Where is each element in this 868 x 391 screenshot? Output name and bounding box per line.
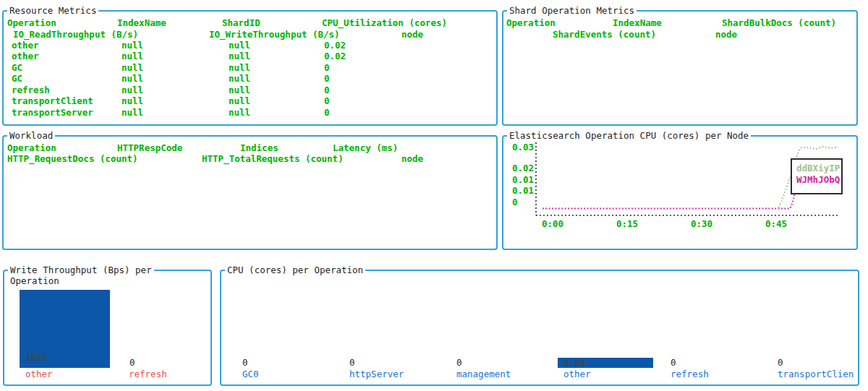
column-header: ShardEvents (count) (553, 30, 656, 40)
cell: 0.02 (324, 40, 346, 51)
column-header: IO_ReadThroughput (B/s) (13, 30, 138, 40)
category-label: refresh (129, 369, 167, 379)
panel-write-throughput: Write Throughput (Bps) per Operation 155… (3, 270, 212, 386)
column-header: Operation (7, 18, 56, 28)
chart-legend: ddBXiyIP WJMhJObQ (791, 158, 843, 194)
column-header: node (401, 154, 423, 164)
cell: null (122, 51, 143, 61)
column-header: Operation (506, 18, 556, 28)
panel-title: Write Throughput (Bps) per (8, 265, 154, 275)
panel-title: Workload (7, 130, 55, 141)
category-label: management (456, 369, 511, 379)
bar-value: 0 (349, 358, 355, 368)
cell: null (122, 85, 143, 95)
cell: null (229, 40, 250, 51)
column-header: HTTP_TotalRequests (count) (202, 154, 344, 164)
cell: null (122, 63, 143, 73)
x-axis-label: 0:30 (691, 219, 712, 229)
column-header: IO_WriteThroughput (B/s) (209, 30, 340, 40)
column-header: node (715, 30, 737, 40)
column-header: Indices (240, 143, 278, 153)
cell: 0 (324, 108, 330, 118)
cell: null (229, 96, 250, 106)
panel-title: Resource Metrics (7, 5, 98, 16)
column-header: ShardBulkDocs (count) (722, 18, 836, 28)
cell: 0 (324, 96, 330, 106)
x-axis-label: 0:00 (542, 219, 563, 229)
cell: null (122, 108, 143, 118)
tui-dashboard: Resource Metrics Operation IndexName Sha… (0, 0, 868, 391)
x-axis-label: 0:45 (765, 219, 787, 229)
cell: null (122, 40, 143, 51)
cell: null (229, 51, 250, 61)
cell: refresh (12, 85, 50, 95)
cell: GC (12, 74, 22, 84)
cell: null (229, 85, 250, 95)
panel-title: CPU (cores) per Operation (225, 265, 365, 275)
cell: transportServer (12, 108, 93, 118)
panel-es-cpu-per-node: Elasticsearch Operation CPU (cores) per … (502, 135, 858, 250)
panel-title: Shard Operation Metrics (507, 5, 637, 16)
bar-value: 0.04 (563, 358, 585, 369)
panel-resource-metrics: Resource Metrics Operation IndexName Sha… (2, 10, 498, 126)
cell: null (229, 108, 250, 118)
panel-shard-operation-metrics: Shard Operation Metrics Operation IndexN… (502, 10, 858, 126)
category-label: httpServer (349, 369, 404, 379)
panel-title-line-2: Operation (8, 275, 61, 286)
column-header: Latency (ms) (333, 143, 398, 153)
cell: 0 (324, 63, 330, 73)
panel-workload: Workload Operation HTTPRespCode Indices … (2, 135, 498, 250)
column-header: node (401, 30, 423, 40)
cell: other (12, 51, 39, 61)
bar-value: 0 (778, 358, 783, 368)
bar-value: 0 (129, 358, 135, 368)
panel-cpu-per-operation: CPU (cores) per Operation 0 0 0 0.04 0 0… (220, 270, 859, 386)
legend-entry-node-2: WJMhJObQ (796, 174, 841, 186)
category-label: GC0 (242, 369, 259, 379)
cell: 0 (324, 74, 330, 84)
cell: null (229, 63, 250, 73)
bar-value: 0 (671, 358, 676, 368)
column-header: HTTP_RequestDocs (count) (7, 154, 138, 164)
category-label: refresh (671, 369, 709, 379)
cell: 0.02 (324, 51, 346, 61)
category-label: other (563, 369, 591, 379)
column-header: HTTPRespCode (117, 143, 182, 153)
cell: null (122, 74, 143, 84)
cell: 0 (324, 85, 330, 95)
cell: transportClient (12, 96, 93, 106)
column-header: Operation (7, 143, 56, 153)
column-header: IndexName (613, 18, 662, 28)
cell: null (229, 74, 250, 84)
legend-entry-node-1: ddBXiyIP (796, 163, 841, 174)
bar-value: 0 (456, 358, 462, 368)
x-axis-label: 0:15 (616, 219, 638, 229)
cell: other (12, 40, 39, 51)
bar-value: 0 (242, 358, 248, 368)
column-header: CPU_Utilization (cores) (322, 18, 447, 28)
bar-value: 1553 (25, 353, 47, 363)
cell: null (122, 96, 143, 106)
category-label: other (25, 369, 53, 379)
cell: GC (12, 63, 22, 73)
category-label: transportClien (778, 369, 854, 379)
column-header: IndexName (117, 18, 166, 28)
column-header: ShardID (222, 18, 260, 28)
